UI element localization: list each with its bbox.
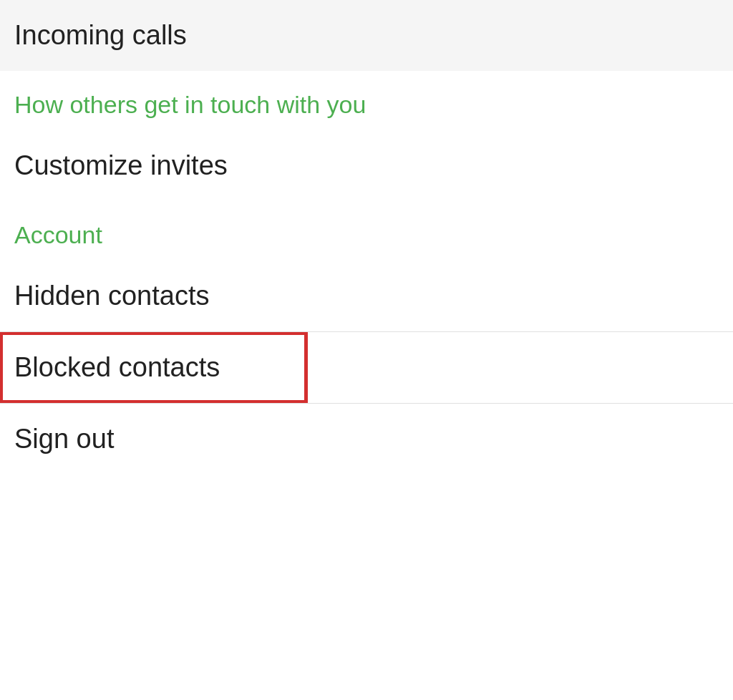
section-how-others-label: How others get in touch with you [14, 91, 366, 118]
sign-out-label: Sign out [14, 424, 114, 454]
section-how-others: How others get in touch with you [0, 71, 733, 130]
customize-invites-label: Customize invites [14, 150, 228, 180]
blocked-contacts-item[interactable]: Blocked contacts [0, 332, 308, 403]
incoming-calls-item[interactable]: Incoming calls [0, 0, 733, 71]
hidden-contacts-label: Hidden contacts [14, 281, 210, 311]
hidden-contacts-item[interactable]: Hidden contacts [0, 261, 733, 331]
settings-list: Incoming calls How others get in touch w… [0, 0, 733, 475]
blocked-contacts-highlighted: Blocked contacts [0, 332, 733, 403]
sign-out-item[interactable]: Sign out [0, 404, 733, 475]
blocked-contacts-label: Blocked contacts [14, 352, 220, 382]
section-account-label: Account [14, 221, 102, 248]
customize-invites-item[interactable]: Customize invites [0, 130, 733, 201]
section-account: Account [0, 201, 733, 261]
incoming-calls-label: Incoming calls [14, 20, 187, 50]
